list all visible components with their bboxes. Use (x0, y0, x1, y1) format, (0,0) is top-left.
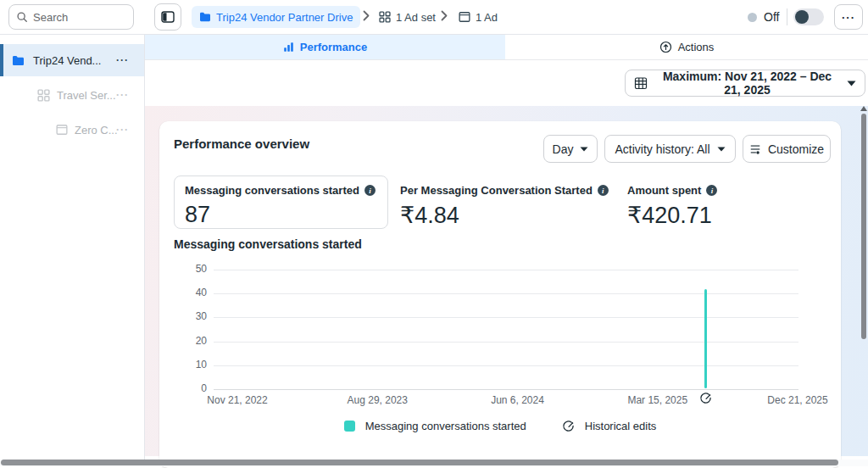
chart-title: Messaging conversations started (174, 237, 362, 251)
sidebar-item-ad[interactable]: Zero C... ··· (0, 114, 144, 146)
sidebar: Trip24 Vend... ··· Travel Ser... ··· Zer… (0, 35, 145, 460)
ad-frame-icon (459, 11, 470, 23)
chart-plot (214, 270, 798, 389)
day-dropdown-label: Day (553, 142, 574, 156)
chart-legend: Messaging conversations started Historic… (159, 420, 841, 432)
search-input[interactable] (33, 11, 118, 24)
chart-x-axis: Nov 21, 2022Aug 29, 2023Jun 6, 2024Mar 1… (214, 394, 798, 408)
sidebar-toggle-button[interactable] (154, 3, 181, 31)
y-tick-label: 50 (196, 263, 207, 275)
caret-down-icon (580, 147, 588, 152)
horizontal-scrollbar[interactable] (0, 460, 868, 466)
folder-icon (12, 55, 25, 66)
gridline (214, 365, 798, 366)
day-dropdown[interactable]: Day (543, 135, 598, 163)
delivery-status-dot (748, 13, 757, 22)
activity-history-label: Activity history: All (615, 142, 709, 156)
gridline (214, 342, 798, 343)
ad-frame-icon (56, 124, 68, 136)
chart-y-axis: 01020304050 (168, 270, 207, 389)
customize-button[interactable]: Customize (743, 135, 831, 163)
data-spike (704, 289, 707, 388)
vertical-scrollbar-thumb[interactable] (861, 114, 866, 339)
gridline (214, 317, 798, 318)
gridline (214, 293, 798, 294)
gridline (214, 270, 798, 270)
activity-history-dropdown[interactable]: Activity history: All (604, 135, 736, 163)
date-range-button[interactable]: Maximum: Nov 21, 2022 – Dec 21, 2025 (625, 70, 865, 97)
adset-grid-icon (379, 11, 391, 23)
search-icon (16, 11, 28, 23)
toolbar: Maximum: Nov 21, 2022 – Dec 21, 2025 (145, 60, 868, 106)
legend-swatch (344, 421, 355, 432)
y-tick-label: 30 (196, 310, 207, 322)
x-tick-label: Aug 29, 2023 (348, 394, 408, 406)
tab-bar: Performance Actions (145, 35, 868, 60)
metric-label: Per Messaging Conversation Started (400, 184, 593, 197)
tab-actions-label: Actions (678, 41, 715, 53)
x-tick-label: Dec 21, 2025 (767, 394, 827, 406)
metric-value: 87 (185, 202, 377, 228)
info-icon[interactable]: i (706, 185, 717, 196)
y-tick-label: 20 (196, 335, 207, 347)
ads-manager-screen: Trip24 Vendor Partner Drive 1 Ad set 1 A… (0, 0, 868, 468)
info-icon[interactable]: i (598, 185, 609, 196)
customize-sliders-icon (749, 143, 761, 155)
sidebar-item-more-button[interactable]: ··· (116, 124, 129, 136)
sidebar-item-label: Zero C... (75, 124, 118, 136)
bar-chart-icon (283, 42, 294, 53)
chevron-right-icon (363, 10, 370, 21)
sidebar-item-more-button[interactable]: ··· (116, 89, 129, 101)
divider (787, 8, 787, 25)
metric-card-cost-per-conversation[interactable]: Per Messaging Conversation Started i ₹4.… (400, 176, 609, 237)
folder-icon (199, 12, 211, 22)
metric-card-amount-spent[interactable]: Amount spent i ₹420.71 (627, 176, 717, 237)
adset-grid-icon (37, 89, 50, 102)
chevron-right-icon (441, 10, 448, 21)
search-box[interactable] (8, 4, 134, 30)
sidebar-item-label: Trip24 Vend... (33, 54, 101, 67)
info-icon[interactable]: i (364, 185, 376, 196)
breadcrumb-adset-label: 1 Ad set (396, 11, 436, 24)
ad-status-toggle[interactable] (793, 8, 824, 25)
x-tick-label: Nov 21, 2022 (207, 394, 267, 406)
vertical-scrollbar[interactable] (860, 106, 868, 456)
tab-performance-label: Performance (300, 41, 367, 53)
sidebar-item-campaign[interactable]: Trip24 Vend... ··· (0, 44, 144, 76)
caret-down-icon (847, 81, 856, 86)
tab-performance[interactable]: Performance (145, 35, 505, 59)
sidebar-item-label: Travel Ser... (57, 89, 116, 102)
sidebar-item-more-button[interactable]: ··· (116, 54, 129, 66)
breadcrumb-ad-label: 1 Ad (476, 11, 498, 24)
y-tick-label: 40 (196, 287, 207, 298)
legend-label-historical-edits: Historical edits (585, 420, 657, 432)
x-tick-label: Mar 15, 2025 (627, 394, 687, 406)
metric-label: Amount spent (627, 184, 701, 197)
metric-label: Messaging conversations started (185, 184, 359, 197)
caret-down-icon (717, 147, 726, 152)
historical-edits-icon (562, 420, 575, 432)
toggle-knob (795, 10, 809, 24)
y-tick-label: 10 (196, 359, 207, 370)
sidebar-layout-icon (161, 10, 175, 24)
legend-label-conversations: Messaging conversations started (365, 420, 526, 432)
y-tick-label: 0 (201, 382, 207, 394)
date-range-label: Maximum: Nov 21, 2022 – Dec 21, 2025 (654, 70, 840, 97)
gridline (214, 389, 798, 390)
calendar-icon (634, 76, 648, 90)
customize-label: Customize (768, 142, 824, 156)
tab-actions[interactable]: Actions (505, 35, 868, 59)
more-options-button[interactable]: ··· (834, 4, 863, 30)
card-title: Performance overview (174, 136, 309, 151)
horizontal-scrollbar-thumb[interactable] (1, 460, 838, 465)
breadcrumb-adset[interactable]: 1 Ad set (379, 7, 436, 27)
scroll-up-arrow[interactable] (860, 106, 867, 111)
performance-overview-card: Performance overview Day Activity histor… (159, 121, 841, 468)
delivery-status-label: Off (764, 10, 779, 24)
breadcrumb-campaign-label: Trip24 Vendor Partner Drive (216, 11, 353, 24)
breadcrumb-campaign[interactable]: Trip24 Vendor Partner Drive (192, 6, 360, 28)
sidebar-item-adset[interactable]: Travel Ser... ··· (0, 79, 144, 111)
top-bar: Trip24 Vendor Partner Drive 1 Ad set 1 A… (0, 0, 868, 35)
metric-card-conversations[interactable]: Messaging conversations started i 87 (174, 176, 388, 229)
breadcrumb-ad[interactable]: 1 Ad (459, 7, 498, 27)
